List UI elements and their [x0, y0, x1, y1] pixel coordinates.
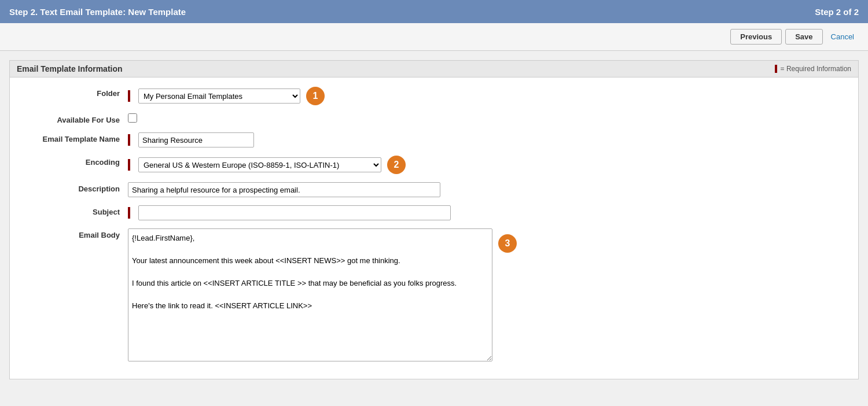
description-field	[128, 182, 844, 197]
badge-3: 3	[498, 234, 517, 253]
email-body-textarea[interactable]: {!Lead.FirstName}, Your latest announcem…	[128, 228, 492, 361]
subject-row: Subject	[24, 205, 844, 220]
encoding-row: Encoding General US & Western Europe (IS…	[24, 156, 844, 174]
template-name-label: Email Template Name	[24, 132, 128, 143]
email-body-field: {!Lead.FirstName}, Your latest announcem…	[128, 228, 844, 361]
section-title: Email Template Information	[17, 64, 123, 73]
available-row: Available For Use	[24, 113, 844, 124]
header-bar: Step 2. Text Email Template: New Templat…	[0, 0, 868, 23]
save-button[interactable]: Save	[785, 29, 822, 45]
required-bar-icon	[775, 65, 777, 73]
subject-input[interactable]	[138, 205, 451, 220]
subject-required-icon	[128, 207, 130, 219]
template-name-field	[128, 132, 844, 147]
required-legend: = Required Information	[775, 65, 851, 73]
page-title: Step 2. Text Email Template: New Templat…	[9, 7, 186, 17]
toolbar: Previous Save Cancel	[0, 23, 868, 51]
description-input[interactable]	[128, 182, 440, 197]
template-name-required-icon	[128, 134, 130, 146]
available-checkbox[interactable]	[128, 113, 137, 123]
folder-row: Folder My Personal Email Templates Publi…	[24, 87, 844, 105]
encoding-label: Encoding	[24, 156, 128, 167]
template-name-input[interactable]	[138, 132, 254, 147]
template-name-row: Email Template Name	[24, 132, 844, 147]
encoding-select[interactable]: General US & Western Europe (ISO-8859-1,…	[138, 157, 381, 172]
email-body-row: Email Body {!Lead.FirstName}, Your lates…	[24, 228, 844, 361]
step-indicator: Step 2 of 2	[815, 7, 859, 17]
badge-2: 2	[387, 156, 406, 174]
encoding-required-icon	[128, 159, 130, 171]
previous-button[interactable]: Previous	[730, 29, 782, 45]
description-row: Description	[24, 182, 844, 197]
badge-1: 1	[306, 87, 325, 105]
encoding-field: General US & Western Europe (ISO-8859-1,…	[128, 156, 844, 174]
available-label: Available For Use	[24, 113, 128, 124]
available-field	[128, 113, 844, 123]
folder-required-icon	[128, 90, 130, 102]
folder-select[interactable]: My Personal Email Templates Public Email…	[138, 88, 300, 104]
description-label: Description	[24, 182, 128, 193]
subject-label: Subject	[24, 205, 128, 216]
email-body-label: Email Body	[24, 228, 128, 239]
email-template-section: Email Template Information = Required In…	[9, 60, 859, 379]
folder-label: Folder	[24, 87, 128, 98]
subject-field	[128, 205, 844, 220]
form-body: Folder My Personal Email Templates Publi…	[10, 77, 858, 379]
cancel-link[interactable]: Cancel	[826, 29, 859, 44]
folder-field: My Personal Email Templates Public Email…	[128, 87, 844, 105]
section-header: Email Template Information = Required In…	[10, 61, 858, 77]
